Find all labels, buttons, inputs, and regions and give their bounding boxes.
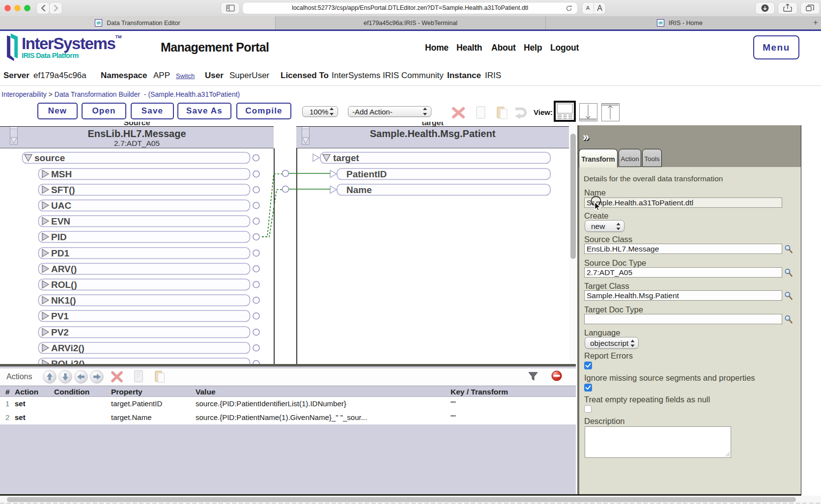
svg-text:SFT(): SFT() xyxy=(51,185,75,195)
svg-text:PV1: PV1 xyxy=(51,311,69,321)
svg-text:PatientID: PatientID xyxy=(346,169,387,179)
svg-text:ROLi2(): ROLi2() xyxy=(51,359,85,364)
svg-text:MSH: MSH xyxy=(51,169,72,179)
svg-text:source: source xyxy=(34,153,65,163)
svg-text:target: target xyxy=(333,153,359,163)
svg-text:EVN: EVN xyxy=(51,216,70,226)
svg-text:Name: Name xyxy=(346,185,372,195)
svg-text:ROL(): ROL() xyxy=(51,280,77,290)
svg-text:PV2: PV2 xyxy=(51,327,69,337)
svg-text:NK1(): NK1() xyxy=(51,295,76,306)
svg-text:ARVi2(): ARVi2() xyxy=(51,343,85,353)
svg-text:PID: PID xyxy=(51,232,67,242)
svg-text:UAC: UAC xyxy=(51,200,71,211)
svg-text:PD1: PD1 xyxy=(51,248,69,258)
svg-text:ARV(): ARV() xyxy=(51,264,77,274)
